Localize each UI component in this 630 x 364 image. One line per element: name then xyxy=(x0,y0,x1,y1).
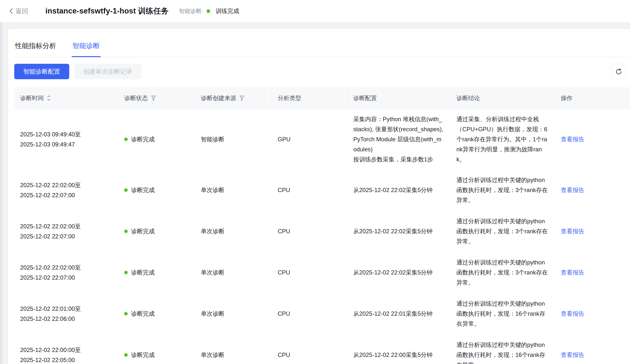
cell-diagnosis-time: 2025-12-02 22:02:00至 2025-12-02 22:07:00 xyxy=(14,211,118,252)
time-end: 2025-12-02 22:06:00 xyxy=(20,314,81,324)
table-row: 2025-12-02 22:02:00至 2025-12-02 22:07:00… xyxy=(14,252,630,293)
chevron-left-icon xyxy=(8,7,14,15)
cell-diagnosis-config: 采集内容：Python 堆栈信息(with_stacks), 张量形状(reco… xyxy=(348,109,450,169)
cell-diagnosis-config: 从2025-12-02 22:02采集5分钟 xyxy=(348,252,450,293)
cell-diagnosis-status: 诊断完成 xyxy=(118,293,195,334)
cell-diagnosis-conclusion: 通过分析训练过程中关键的python函数执行耗时，发现：16个rank存在异常。 xyxy=(450,334,555,364)
time-end: 2025-12-03 09:49:47 xyxy=(20,139,81,149)
status-dot xyxy=(124,188,128,192)
cell-analysis-type: CPU xyxy=(272,211,348,252)
time-end: 2025-12-02 22:07:00 xyxy=(20,273,81,283)
status-label: 诊断完成 xyxy=(131,185,155,195)
conclusion-text: 通过分析训练过程中关键的python函数执行耗时，发现：3个rank存在异常。 xyxy=(456,175,549,205)
conclusion-text: 通过分析训练过程中关键的python函数执行耗时，发现：16个rank存在异常。 xyxy=(456,299,549,329)
analysis-type-label: CPU xyxy=(278,350,290,360)
cell-diagnosis-source: 单次诊断 xyxy=(195,252,272,293)
status-dot xyxy=(206,9,210,13)
cell-diagnosis-source: 单次诊断 xyxy=(195,169,272,210)
conclusion-text: 通过分析训练过程中关键的python函数执行耗时，发现：3个rank存在异常。 xyxy=(456,216,549,246)
status-dot xyxy=(124,312,128,316)
view-report-link[interactable]: 查看报告 xyxy=(561,309,584,319)
status-dot xyxy=(124,138,128,141)
cell-diagnosis-status: 诊断完成 xyxy=(118,169,195,210)
status-dot xyxy=(124,353,128,357)
source-label: 智能诊断 xyxy=(201,134,224,144)
view-report-link[interactable]: 查看报告 xyxy=(561,350,584,360)
cell-diagnosis-config: 从2025-12-02 22:01采集5分钟 xyxy=(348,293,450,334)
refresh-button[interactable] xyxy=(612,64,626,79)
training-status-text: 训练完成 xyxy=(216,7,239,15)
cell-actions: 查看报告 xyxy=(555,169,630,210)
view-report-link[interactable]: 查看报告 xyxy=(561,134,584,144)
column-label: 诊断结论 xyxy=(456,94,480,102)
table-row: 2025-12-03 09:49:40至 2025-12-03 09:49:47… xyxy=(14,109,630,169)
cell-actions: 查看报告 xyxy=(555,211,630,252)
tab-performance-metrics[interactable]: 性能指标分析 xyxy=(14,41,57,57)
back-button[interactable]: 返回 xyxy=(8,7,28,15)
table-row: 2025-12-02 22:01:00至 2025-12-02 22:06:00… xyxy=(14,293,630,334)
cell-diagnosis-config: 从2025-12-02 22:02采集5分钟 xyxy=(348,169,450,210)
cell-analysis-type: CPU xyxy=(272,293,348,334)
cell-diagnosis-conclusion: 通过分析训练过程中关键的python函数执行耗时，发现：3个rank存在异常。 xyxy=(450,211,555,252)
table-body: 2025-12-03 09:49:40至 2025-12-03 09:49:47… xyxy=(14,109,630,364)
cell-analysis-type: CPU xyxy=(272,169,348,210)
config-text: 从2025-12-02 22:02采集5分钟 xyxy=(353,226,432,236)
status-dot xyxy=(124,271,128,274)
config-text: 从2025-12-02 22:01采集5分钟 xyxy=(353,309,432,319)
toolbar: 智能诊断配置 创建单次诊断记录 xyxy=(14,64,626,79)
cell-actions: 查看报告 xyxy=(555,109,630,169)
cell-diagnosis-source: 单次诊断 xyxy=(195,293,272,334)
view-report-link[interactable]: 查看报告 xyxy=(561,185,584,195)
create-single-diagnosis-button[interactable]: 创建单次诊断记录 xyxy=(74,64,142,79)
cell-diagnosis-conclusion: 通过分析训练过程中关键的python函数执行耗时，发现：16个rank存在异常。 xyxy=(450,293,555,334)
cell-diagnosis-status: 诊断完成 xyxy=(118,252,195,293)
column-label: 分析类型 xyxy=(278,94,301,102)
config-text-2: 按训练步数采集，采集步数1步 xyxy=(353,154,445,164)
filter-icon[interactable] xyxy=(151,95,156,101)
cell-diagnosis-conclusion: 通过采集、分析训练过程中全栈（CPU+GPU）执行数据，发现：6个rank存在异… xyxy=(450,109,555,169)
column-header-analysis-type: 分析类型 xyxy=(272,87,348,109)
cell-diagnosis-time: 2025-12-03 09:49:40至 2025-12-03 09:49:47 xyxy=(14,109,118,169)
cell-analysis-type: GPU xyxy=(272,109,348,169)
refresh-icon xyxy=(615,68,622,75)
status-label: 诊断完成 xyxy=(131,267,155,277)
status-dot xyxy=(124,230,128,233)
time-start: 2025-12-02 22:00:00至 xyxy=(20,345,81,355)
cell-diagnosis-conclusion: 通过分析训练过程中关键的python函数执行耗时，发现：3个rank存在异常。 xyxy=(450,169,555,210)
cell-diagnosis-source: 智能诊断 xyxy=(195,109,272,169)
time-end: 2025-12-02 22:07:00 xyxy=(20,190,81,200)
cell-actions: 查看报告 xyxy=(555,293,630,334)
status-label: 诊断完成 xyxy=(131,350,155,360)
column-header-actions: 操作 xyxy=(555,87,630,109)
view-report-link[interactable]: 查看报告 xyxy=(561,267,584,277)
smart-diagnosis-config-button[interactable]: 智能诊断配置 xyxy=(14,64,69,79)
page-title: instance-sefswtfy-1-host 训练任务 xyxy=(46,6,169,16)
table-header-row: 诊断时间 诊断状态 诊断创建来源 xyxy=(14,87,630,109)
config-text: 从2025-12-02 22:02采集5分钟 xyxy=(353,185,432,195)
analysis-type-label: GPU xyxy=(278,134,290,144)
column-label: 诊断配置 xyxy=(353,94,377,102)
tab-smart-diagnosis[interactable]: 智能诊断 xyxy=(72,41,101,57)
column-header-diagnosis-time[interactable]: 诊断时间 xyxy=(14,87,118,109)
conclusion-text: 通过分析训练过程中关键的python函数执行耗时，发现：3个rank存在异常。 xyxy=(456,257,549,288)
source-label: 单次诊断 xyxy=(201,267,224,277)
cell-analysis-type: CPU xyxy=(272,252,348,293)
view-report-link[interactable]: 查看报告 xyxy=(561,226,584,236)
filter-icon[interactable] xyxy=(240,95,244,101)
time-start: 2025-12-03 09:49:40至 xyxy=(20,129,81,139)
column-label: 诊断创建来源 xyxy=(201,94,236,102)
time-end: 2025-12-02 22:05:00 xyxy=(20,355,81,364)
column-header-diagnosis-source[interactable]: 诊断创建来源 xyxy=(195,87,272,109)
column-label: 诊断时间 xyxy=(20,94,44,102)
column-header-diagnosis-status[interactable]: 诊断状态 xyxy=(118,87,195,109)
table-row: 2025-12-02 22:02:00至 2025-12-02 22:07:00… xyxy=(14,211,630,252)
cell-actions: 查看报告 xyxy=(555,252,630,293)
time-start: 2025-12-02 22:02:00至 xyxy=(20,180,81,190)
sort-icon[interactable] xyxy=(47,95,51,101)
cell-diagnosis-status: 诊断完成 xyxy=(118,211,195,252)
column-label: 诊断状态 xyxy=(124,94,148,102)
conclusion-text: 通过分析训练过程中关键的python函数执行耗时，发现：16个rank存在异常。 xyxy=(456,340,549,364)
column-header-diagnosis-conclusion: 诊断结论 xyxy=(450,87,555,109)
cell-diagnosis-time: 2025-12-02 22:02:00至 2025-12-02 22:07:00 xyxy=(14,169,118,210)
analysis-type-label: CPU xyxy=(278,309,290,319)
